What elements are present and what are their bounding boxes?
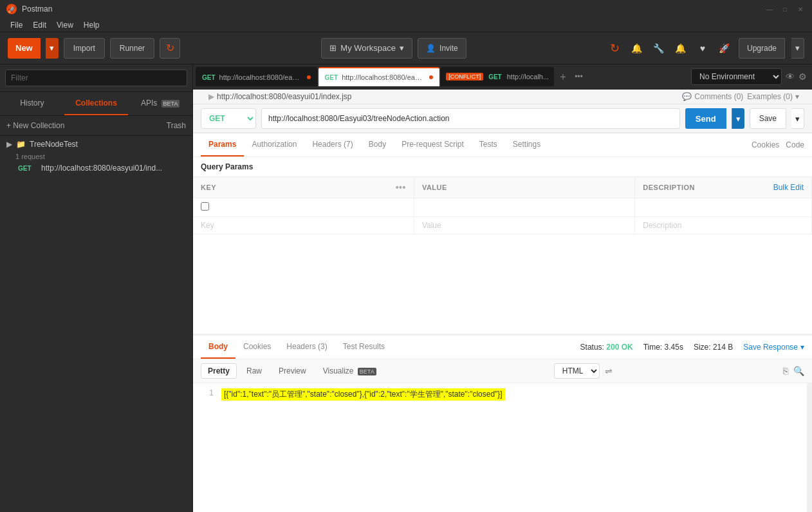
add-tab-button[interactable]: ＋	[555, 69, 571, 84]
more-tabs-button[interactable]: •••	[572, 72, 586, 81]
value-cell[interactable]	[414, 198, 634, 217]
desc-cell[interactable]	[635, 198, 812, 217]
workspace-button[interactable]: ⊞ My Workspace ▾	[321, 38, 412, 59]
copy-icon[interactable]: ⎘	[783, 366, 788, 376]
tab-history[interactable]: History	[0, 92, 64, 115]
format-select[interactable]: HTML JSON XML Text	[554, 363, 600, 379]
key-cell[interactable]	[193, 198, 414, 217]
examples-button[interactable]: Examples (0) ▾	[747, 92, 799, 101]
send-arrow-button[interactable]: ▾	[732, 108, 744, 129]
tab-collections[interactable]: Collections	[64, 92, 129, 115]
query-params-section: Query Params KEY ••• VALUE DE	[193, 157, 812, 334]
format-controls: HTML JSON XML Text ⇌	[554, 363, 613, 379]
environment-select[interactable]: No Environment	[691, 68, 782, 85]
cookies-link[interactable]: Cookies	[752, 140, 779, 149]
sidebar-tabs: History Collections APIs BETA	[0, 92, 192, 116]
conflict-method: GET	[488, 73, 502, 81]
new-button-arrow[interactable]: ▾	[46, 38, 59, 59]
new-collection-button[interactable]: + New Collection	[6, 121, 64, 130]
response-tab-body[interactable]: Body	[201, 336, 235, 359]
import-button[interactable]: Import	[64, 38, 105, 59]
runner-button[interactable]: Runner	[110, 38, 154, 59]
person-icon: 👤	[426, 44, 436, 53]
save-response-button[interactable]: Save Response ▾	[743, 343, 804, 352]
comment-icon: 💬	[682, 92, 692, 101]
view-tab-preview[interactable]: Preview	[272, 363, 313, 379]
menu-help[interactable]: Help	[78, 18, 105, 32]
value-cell-placeholder[interactable]: Value	[414, 217, 634, 234]
bulk-edit-button[interactable]: Bulk Edit	[773, 183, 804, 192]
tab-body[interactable]: Body	[361, 133, 394, 156]
maximize-button[interactable]: □	[780, 4, 790, 14]
view-tab-raw[interactable]: Raw	[239, 363, 269, 379]
rocket-icon[interactable]: 🚀	[717, 41, 732, 56]
grid-icon: ⊞	[329, 43, 337, 53]
tab-settings[interactable]: Settings	[505, 133, 548, 156]
eye-icon[interactable]: 👁	[786, 71, 795, 82]
new-button[interactable]: New	[8, 38, 41, 59]
save-arrow-button[interactable]: ▾	[791, 108, 804, 129]
send-button[interactable]: Send	[685, 108, 726, 129]
close-button[interactable]: ✕	[795, 4, 806, 14]
url-input[interactable]	[261, 108, 680, 129]
response-tab-cookies[interactable]: Cookies	[235, 336, 279, 359]
tab-pre-request-script[interactable]: Pre-request Script	[394, 133, 472, 156]
desc-cell-placeholder[interactable]: Description	[635, 217, 812, 234]
settings-icon[interactable]: ⚙	[798, 71, 807, 82]
menu-edit[interactable]: Edit	[28, 18, 51, 32]
refresh-icon[interactable]: ↻	[607, 41, 623, 56]
view-tab-pretty[interactable]: Pretty	[201, 363, 237, 379]
comments-button[interactable]: 💬 Comments (0)	[682, 92, 743, 101]
response-tab-tests[interactable]: Test Results	[335, 336, 392, 359]
key-cell-placeholder[interactable]: Key	[193, 217, 414, 234]
tab-request-2[interactable]: GET http://localhost:8080/eas....	[318, 67, 440, 86]
breadcrumb-url-text[interactable]: http://localhost:8080/easyui01/index.jsp	[217, 92, 351, 101]
search-response-icon[interactable]: 🔍	[793, 366, 804, 376]
tab-request-conflict[interactable]: [CONFLICT] GET http://localh...	[441, 67, 554, 86]
notification-icon[interactable]: 🔔	[673, 41, 688, 56]
upgrade-button[interactable]: Upgrade	[739, 38, 785, 59]
table-row	[193, 198, 812, 217]
tab-request-1[interactable]: GET http://localhost:8080/eas....	[196, 67, 317, 86]
time-label: Time: 3.45s	[643, 343, 683, 352]
invite-label: Invite	[439, 44, 458, 53]
method-select[interactable]: GET POST PUT DELETE	[201, 108, 256, 129]
response-actions: ⎘ 🔍	[783, 366, 804, 376]
tab-authorization[interactable]: Authorization	[244, 133, 304, 156]
visualize-beta-badge: BETA	[358, 368, 376, 375]
heart-icon[interactable]: ♥	[695, 41, 710, 56]
tab-apis[interactable]: APIs BETA	[128, 92, 192, 115]
tab-url-2: http://localhost:8080/eas....	[342, 73, 425, 81]
bell-icon[interactable]: 🔔	[629, 41, 645, 56]
sync-button[interactable]: ↻	[160, 38, 180, 59]
trash-button[interactable]: Trash	[167, 121, 186, 130]
time-value: 3.45s	[665, 343, 683, 352]
menu-file[interactable]: File	[5, 18, 28, 32]
tab-method-2: GET	[325, 74, 338, 81]
param-checkbox[interactable]	[201, 202, 209, 211]
search-input[interactable]	[5, 70, 187, 86]
scrollbar-track[interactable]	[807, 383, 812, 512]
minimize-button[interactable]: —	[764, 4, 775, 14]
invite-button[interactable]: 👤 Invite	[418, 38, 466, 59]
response-tabs-bar: Body Cookies Headers (3) Test Results St…	[193, 336, 812, 359]
tab-tests[interactable]: Tests	[472, 133, 505, 156]
breadcrumb-arrow-icon: ▶	[208, 92, 214, 101]
list-item[interactable]: GET http://localhost:8080/easyui01/ind..…	[0, 160, 192, 176]
request-tabs: Params Authorization Headers (7) Body Pr…	[193, 133, 812, 157]
save-button[interactable]: Save	[750, 108, 786, 129]
upgrade-arrow-button[interactable]: ▾	[791, 38, 804, 59]
tab-params[interactable]: Params	[201, 133, 244, 156]
collection-item[interactable]: ▶ 📁 TreeNodeTest	[0, 136, 192, 153]
response-tabs-left: Body Cookies Headers (3) Test Results	[201, 336, 392, 359]
view-tab-visualize[interactable]: Visualize BETA	[316, 363, 383, 379]
wrench-icon[interactable]: 🔧	[651, 41, 667, 56]
align-icon[interactable]: ⇌	[605, 366, 613, 376]
status-value: 200 OK	[606, 343, 632, 352]
response-tab-headers[interactable]: Headers (3)	[279, 336, 335, 359]
conflict-url: http://localh...	[507, 73, 549, 81]
code-link[interactable]: Code	[786, 140, 804, 149]
menu-view[interactable]: View	[51, 18, 78, 32]
column-options-icon[interactable]: •••	[396, 182, 406, 193]
tab-headers[interactable]: Headers (7)	[304, 133, 360, 156]
